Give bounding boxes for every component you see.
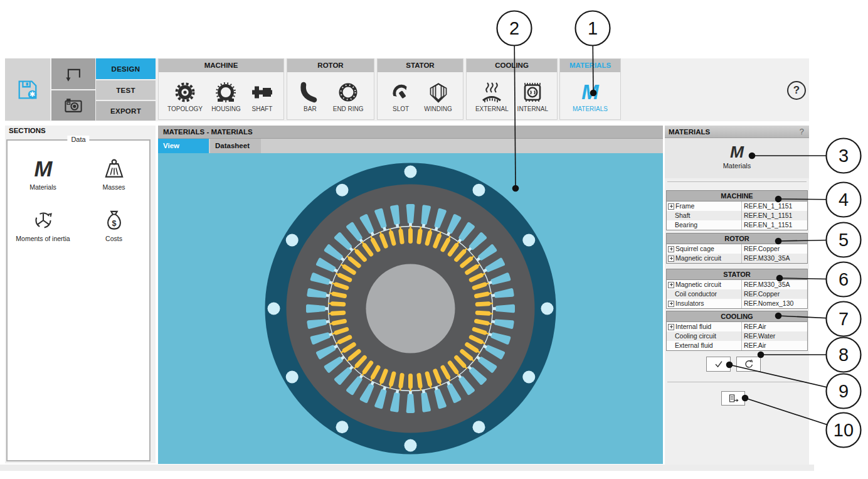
table-row-bearing[interactable]: BearingREF.EN_1_1151 — [667, 220, 807, 230]
svg-text:M: M — [581, 80, 600, 104]
toolbar-item-label: HOUSING — [211, 105, 241, 112]
expand-plus-icon[interactable] — [668, 246, 674, 252]
tab-datasheet[interactable]: Datasheet — [210, 139, 261, 153]
selected-tool: M Materials — [665, 138, 809, 178]
toolbar-group-rotor: ROTORBAR END RING — [287, 58, 374, 120]
toolbar-item-housing[interactable]: HOUSING — [211, 80, 241, 112]
table-title: ROTOR — [667, 234, 807, 244]
expand-plus-icon[interactable] — [668, 203, 674, 210]
svg-text:10: 10 — [834, 420, 854, 440]
row-value[interactable]: REF.EN_1_1151 — [741, 220, 807, 230]
export-button[interactable] — [721, 391, 745, 406]
help-icon[interactable]: ? — [787, 81, 806, 100]
table-row-cooling-circuit[interactable]: Cooling circuitREF.Water — [667, 331, 807, 341]
expand-plus-icon[interactable] — [668, 282, 674, 288]
toolbar-group-materials: MATERIALSMMATERIALS — [559, 58, 621, 120]
panel-divider — [667, 382, 807, 382]
restore-button[interactable] — [736, 357, 761, 372]
toolbar-item-shaft[interactable]: SHAFT — [250, 80, 275, 112]
snapshot-button[interactable] — [51, 90, 95, 121]
toolbar-item-topology[interactable]: TOPOLOGY — [167, 80, 203, 112]
row-value[interactable]: REF.M330_35A — [741, 280, 807, 289]
sections-item-label: Costs — [82, 235, 147, 242]
row-value[interactable]: REF.Water — [741, 331, 807, 341]
apply-button[interactable] — [706, 357, 731, 372]
row-value[interactable]: REF.Copper — [741, 244, 807, 254]
row-value[interactable]: REF.Air — [741, 322, 807, 331]
row-label: Internal fluid — [667, 322, 741, 331]
toolbar-group-stator: STATOR SLOT WINDING — [377, 58, 463, 120]
table-row-insulators[interactable]: InsulatorsREF.Nomex_130 — [667, 299, 807, 308]
toolbar-item-label: WINDING — [424, 105, 452, 112]
mode-tab-test[interactable]: TEST — [96, 80, 156, 100]
external-cooling-icon — [479, 80, 504, 105]
toolbar-item-external[interactable]: EXTERNAL — [475, 80, 509, 112]
svg-text:9: 9 — [839, 381, 849, 401]
table-row-internal-fluid[interactable]: Internal fluidREF.Air — [667, 322, 807, 331]
sections-item-label: Moments of inertia — [11, 235, 76, 242]
sections-item-materials[interactable]: MMaterials — [11, 156, 76, 191]
check-icon — [712, 357, 726, 371]
materials-icon: M — [578, 80, 603, 105]
row-value[interactable]: REF.Copper — [741, 289, 807, 299]
export-icon — [726, 392, 740, 406]
material-table-machine: MACHINEFrameREF.EN_1_1151ShaftREF.EN_1_1… — [666, 190, 808, 230]
topology-icon — [172, 80, 198, 105]
toolbar-group-cooling: COOLING EXTERNAL INTERNAL — [466, 58, 558, 120]
row-value[interactable]: REF.M330_35A — [741, 254, 807, 263]
row-value[interactable]: REF.EN_1_1151 — [741, 211, 807, 220]
sections-item-moments-of-inertia[interactable]: Moments of inertia — [11, 207, 76, 242]
mode-tab-design[interactable]: DESIGN — [96, 58, 156, 79]
toolbar-item-end-ring[interactable]: END RING — [333, 80, 364, 112]
panel-help-icon[interactable]: ? — [800, 127, 809, 136]
toolbar-item-label: BAR — [297, 105, 322, 112]
tab-view[interactable]: View — [158, 139, 209, 153]
svg-text:M: M — [34, 157, 53, 181]
toolbar-group-label: STATOR — [378, 59, 463, 72]
row-label: Insulators — [667, 299, 741, 308]
material-table-rotor: ROTORSquirrel cageREF.CopperMagnetic cir… — [666, 233, 808, 264]
toolbar-group-body: SLOT WINDING — [378, 72, 463, 120]
import-button[interactable] — [51, 58, 95, 89]
toolbar-item-label: INTERNAL — [517, 105, 548, 112]
toolbar-group-body: BAR END RING — [287, 72, 374, 120]
toolbar-item-bar[interactable]: BAR — [297, 80, 322, 112]
sections-item-masses[interactable]: Masses — [82, 156, 147, 191]
motor-view-canvas[interactable] — [158, 153, 663, 464]
save-button[interactable]: ✱ — [5, 58, 50, 121]
sections-item-label: Materials — [11, 183, 76, 191]
toolbar-item-materials[interactable]: MMATERIALS — [573, 80, 608, 112]
restore-icon — [742, 357, 756, 371]
table-row-squirrel-cage[interactable]: Squirrel cageREF.Copper — [667, 244, 807, 254]
table-row-magnetic-circuit[interactable]: Magnetic circuitREF.M330_35A — [667, 254, 807, 263]
toolbar-item-internal[interactable]: INTERNAL — [517, 80, 548, 112]
row-label: External fluid — [667, 341, 741, 350]
table-row-coil-conductor[interactable]: Coil conductorREF.Copper — [667, 289, 807, 299]
table-row-external-fluid[interactable]: External fluidREF.Air — [667, 341, 807, 350]
table-row-magnetic-circuit[interactable]: Magnetic circuitREF.M330_35A — [667, 280, 807, 289]
row-value[interactable]: REF.EN_1_1151 — [741, 202, 807, 211]
toolbar-item-slot[interactable]: SLOT — [388, 80, 413, 112]
row-label: Magnetic circuit — [667, 254, 741, 263]
row-label: Bearing — [667, 220, 741, 230]
expand-plus-icon[interactable] — [668, 256, 674, 262]
svg-text:6: 6 — [839, 269, 849, 289]
svg-text:✱: ✱ — [29, 90, 36, 98]
toolbar-item-label: END RING — [333, 105, 364, 112]
inertia-icon — [30, 207, 56, 234]
row-value[interactable]: REF.Nomex_130 — [741, 299, 807, 308]
toolbar-group-label: MACHINE — [159, 59, 283, 72]
sections-item-costs[interactable]: $Costs — [82, 207, 147, 242]
toolbar-item-winding[interactable]: WINDING — [424, 80, 452, 112]
row-value[interactable]: REF.Air — [741, 341, 807, 350]
toolbar-group-body: MMATERIALS — [560, 72, 620, 120]
table-row-shaft[interactable]: ShaftREF.EN_1_1151 — [667, 211, 807, 220]
motor-cross-section — [158, 153, 663, 464]
row-label: Frame — [667, 202, 741, 211]
row-label: Coil conductor — [667, 289, 741, 299]
expand-plus-icon[interactable] — [668, 324, 674, 330]
mode-tab-export[interactable]: EXPORT — [96, 101, 156, 121]
expand-plus-icon[interactable] — [668, 301, 674, 307]
table-row-frame[interactable]: FrameREF.EN_1_1151 — [667, 202, 807, 211]
materials-icon: M — [30, 156, 56, 182]
